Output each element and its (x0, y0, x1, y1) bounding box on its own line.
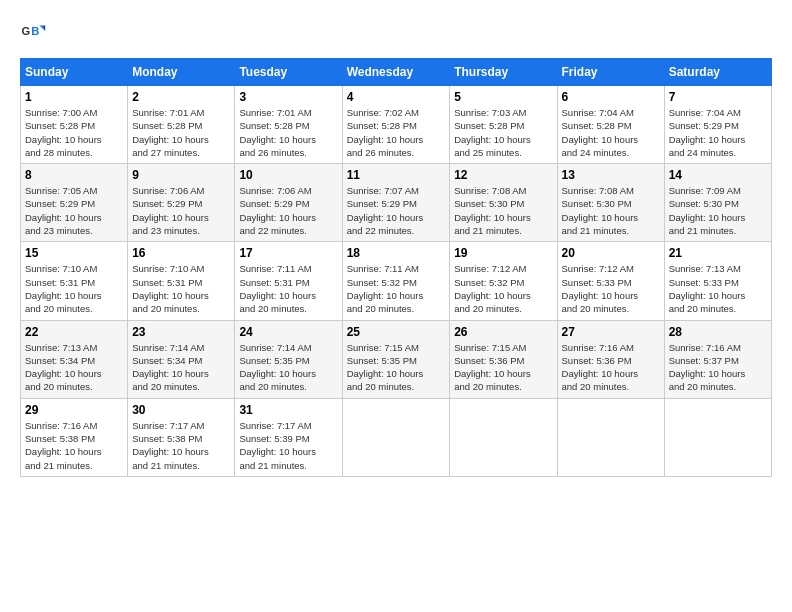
day-number: 5 (454, 90, 552, 104)
week-row-5: 29 Sunrise: 7:16 AMSunset: 5:38 PMDaylig… (21, 398, 772, 476)
week-row-3: 15 Sunrise: 7:10 AMSunset: 5:31 PMDaylig… (21, 242, 772, 320)
day-number: 20 (562, 246, 660, 260)
day-cell: 30 Sunrise: 7:17 AMSunset: 5:38 PMDaylig… (128, 398, 235, 476)
day-number: 24 (239, 325, 337, 339)
day-number: 4 (347, 90, 446, 104)
day-cell: 17 Sunrise: 7:11 AMSunset: 5:31 PMDaylig… (235, 242, 342, 320)
day-cell: 24 Sunrise: 7:14 AMSunset: 5:35 PMDaylig… (235, 320, 342, 398)
day-info: Sunrise: 7:14 AMSunset: 5:34 PMDaylight:… (132, 341, 230, 394)
day-number: 21 (669, 246, 767, 260)
day-info: Sunrise: 7:17 AMSunset: 5:38 PMDaylight:… (132, 419, 230, 472)
day-info: Sunrise: 7:13 AMSunset: 5:34 PMDaylight:… (25, 341, 123, 394)
day-info: Sunrise: 7:08 AMSunset: 5:30 PMDaylight:… (562, 184, 660, 237)
day-info: Sunrise: 7:14 AMSunset: 5:35 PMDaylight:… (239, 341, 337, 394)
day-cell: 16 Sunrise: 7:10 AMSunset: 5:31 PMDaylig… (128, 242, 235, 320)
day-cell (664, 398, 771, 476)
day-info: Sunrise: 7:03 AMSunset: 5:28 PMDaylight:… (454, 106, 552, 159)
day-number: 28 (669, 325, 767, 339)
day-cell: 28 Sunrise: 7:16 AMSunset: 5:37 PMDaylig… (664, 320, 771, 398)
day-cell: 27 Sunrise: 7:16 AMSunset: 5:36 PMDaylig… (557, 320, 664, 398)
day-info: Sunrise: 7:12 AMSunset: 5:33 PMDaylight:… (562, 262, 660, 315)
day-cell: 12 Sunrise: 7:08 AMSunset: 5:30 PMDaylig… (450, 164, 557, 242)
day-info: Sunrise: 7:12 AMSunset: 5:32 PMDaylight:… (454, 262, 552, 315)
day-number: 29 (25, 403, 123, 417)
svg-text:G: G (21, 25, 30, 37)
day-number: 31 (239, 403, 337, 417)
logo: G B (20, 20, 52, 48)
day-number: 3 (239, 90, 337, 104)
day-number: 2 (132, 90, 230, 104)
week-row-1: 1 Sunrise: 7:00 AMSunset: 5:28 PMDayligh… (21, 86, 772, 164)
calendar: SundayMondayTuesdayWednesdayThursdayFrid… (20, 58, 772, 477)
day-cell: 22 Sunrise: 7:13 AMSunset: 5:34 PMDaylig… (21, 320, 128, 398)
week-row-4: 22 Sunrise: 7:13 AMSunset: 5:34 PMDaylig… (21, 320, 772, 398)
day-cell: 9 Sunrise: 7:06 AMSunset: 5:29 PMDayligh… (128, 164, 235, 242)
day-cell: 31 Sunrise: 7:17 AMSunset: 5:39 PMDaylig… (235, 398, 342, 476)
day-number: 6 (562, 90, 660, 104)
day-cell: 4 Sunrise: 7:02 AMSunset: 5:28 PMDayligh… (342, 86, 450, 164)
day-info: Sunrise: 7:06 AMSunset: 5:29 PMDaylight:… (239, 184, 337, 237)
header-cell-sunday: Sunday (21, 59, 128, 86)
day-info: Sunrise: 7:01 AMSunset: 5:28 PMDaylight:… (132, 106, 230, 159)
day-info: Sunrise: 7:11 AMSunset: 5:32 PMDaylight:… (347, 262, 446, 315)
day-number: 11 (347, 168, 446, 182)
day-info: Sunrise: 7:02 AMSunset: 5:28 PMDaylight:… (347, 106, 446, 159)
day-info: Sunrise: 7:15 AMSunset: 5:36 PMDaylight:… (454, 341, 552, 394)
header-cell-tuesday: Tuesday (235, 59, 342, 86)
day-cell (342, 398, 450, 476)
day-cell: 7 Sunrise: 7:04 AMSunset: 5:29 PMDayligh… (664, 86, 771, 164)
day-number: 8 (25, 168, 123, 182)
day-info: Sunrise: 7:16 AMSunset: 5:38 PMDaylight:… (25, 419, 123, 472)
day-cell: 1 Sunrise: 7:00 AMSunset: 5:28 PMDayligh… (21, 86, 128, 164)
day-cell: 20 Sunrise: 7:12 AMSunset: 5:33 PMDaylig… (557, 242, 664, 320)
day-number: 23 (132, 325, 230, 339)
day-cell: 6 Sunrise: 7:04 AMSunset: 5:28 PMDayligh… (557, 86, 664, 164)
day-number: 19 (454, 246, 552, 260)
day-cell (557, 398, 664, 476)
day-info: Sunrise: 7:10 AMSunset: 5:31 PMDaylight:… (25, 262, 123, 315)
header-cell-thursday: Thursday (450, 59, 557, 86)
day-number: 27 (562, 325, 660, 339)
day-info: Sunrise: 7:00 AMSunset: 5:28 PMDaylight:… (25, 106, 123, 159)
header-row: SundayMondayTuesdayWednesdayThursdayFrid… (21, 59, 772, 86)
day-number: 10 (239, 168, 337, 182)
day-info: Sunrise: 7:11 AMSunset: 5:31 PMDaylight:… (239, 262, 337, 315)
day-info: Sunrise: 7:06 AMSunset: 5:29 PMDaylight:… (132, 184, 230, 237)
day-number: 25 (347, 325, 446, 339)
day-info: Sunrise: 7:09 AMSunset: 5:30 PMDaylight:… (669, 184, 767, 237)
day-cell: 3 Sunrise: 7:01 AMSunset: 5:28 PMDayligh… (235, 86, 342, 164)
svg-text:B: B (31, 25, 39, 37)
day-cell: 2 Sunrise: 7:01 AMSunset: 5:28 PMDayligh… (128, 86, 235, 164)
day-number: 30 (132, 403, 230, 417)
header-cell-saturday: Saturday (664, 59, 771, 86)
day-info: Sunrise: 7:08 AMSunset: 5:30 PMDaylight:… (454, 184, 552, 237)
day-info: Sunrise: 7:04 AMSunset: 5:29 PMDaylight:… (669, 106, 767, 159)
day-info: Sunrise: 7:10 AMSunset: 5:31 PMDaylight:… (132, 262, 230, 315)
day-cell: 29 Sunrise: 7:16 AMSunset: 5:38 PMDaylig… (21, 398, 128, 476)
logo-icon: G B (20, 20, 48, 48)
day-number: 14 (669, 168, 767, 182)
day-number: 1 (25, 90, 123, 104)
day-cell (450, 398, 557, 476)
day-number: 7 (669, 90, 767, 104)
day-number: 15 (25, 246, 123, 260)
day-cell: 21 Sunrise: 7:13 AMSunset: 5:33 PMDaylig… (664, 242, 771, 320)
day-cell: 11 Sunrise: 7:07 AMSunset: 5:29 PMDaylig… (342, 164, 450, 242)
week-row-2: 8 Sunrise: 7:05 AMSunset: 5:29 PMDayligh… (21, 164, 772, 242)
day-number: 26 (454, 325, 552, 339)
day-number: 18 (347, 246, 446, 260)
day-number: 16 (132, 246, 230, 260)
day-cell: 26 Sunrise: 7:15 AMSunset: 5:36 PMDaylig… (450, 320, 557, 398)
header-cell-friday: Friday (557, 59, 664, 86)
day-number: 9 (132, 168, 230, 182)
day-info: Sunrise: 7:05 AMSunset: 5:29 PMDaylight:… (25, 184, 123, 237)
day-info: Sunrise: 7:04 AMSunset: 5:28 PMDaylight:… (562, 106, 660, 159)
header-cell-monday: Monday (128, 59, 235, 86)
day-cell: 13 Sunrise: 7:08 AMSunset: 5:30 PMDaylig… (557, 164, 664, 242)
day-info: Sunrise: 7:16 AMSunset: 5:36 PMDaylight:… (562, 341, 660, 394)
day-cell: 5 Sunrise: 7:03 AMSunset: 5:28 PMDayligh… (450, 86, 557, 164)
day-info: Sunrise: 7:16 AMSunset: 5:37 PMDaylight:… (669, 341, 767, 394)
day-cell: 19 Sunrise: 7:12 AMSunset: 5:32 PMDaylig… (450, 242, 557, 320)
page-header: G B (20, 20, 772, 48)
day-info: Sunrise: 7:17 AMSunset: 5:39 PMDaylight:… (239, 419, 337, 472)
